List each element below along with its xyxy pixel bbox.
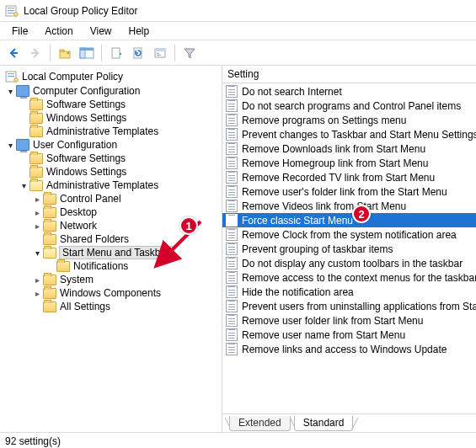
- setting-label: Remove Recorded TV link from Start Menu: [242, 172, 435, 184]
- tree-node-label: Software Settings: [46, 99, 126, 110]
- tree-node[interactable]: ▸Windows Components: [30, 286, 222, 300]
- svg-point-19: [14, 78, 19, 83]
- setting-label: Hide the notification area: [242, 286, 354, 298]
- setting-row[interactable]: Remove links and access to Windows Updat…: [222, 342, 476, 356]
- nav-forward-button[interactable]: [25, 43, 45, 63]
- computer-icon: [16, 139, 29, 151]
- tree-node[interactable]: ▸Software Settings: [17, 98, 222, 111]
- svg-rect-6: [60, 50, 64, 51]
- setting-label: Prevent users from uninstalling applicat…: [242, 301, 476, 312]
- folder-open-icon: [29, 180, 43, 191]
- show-hide-tree-button[interactable]: [77, 43, 97, 63]
- tree-node[interactable]: ▾User Configuration: [3, 138, 222, 152]
- filter-button[interactable]: [179, 43, 200, 63]
- menubar: File Action View Help: [0, 22, 476, 40]
- nav-back-button[interactable]: [3, 43, 24, 63]
- up-level-button[interactable]: [55, 43, 75, 63]
- setting-row[interactable]: Do not search Internet: [222, 84, 476, 99]
- folder-icon: [29, 99, 43, 110]
- setting-row[interactable]: Remove programs on Settings menu: [222, 113, 476, 127]
- setting-label: Remove user's folder link from the Start…: [242, 186, 447, 198]
- setting-label: Remove Videos link from Start Menu: [242, 200, 406, 212]
- setting-label: Remove Clock from the system notificatio…: [242, 229, 457, 241]
- svg-point-4: [14, 12, 19, 16]
- tree-node[interactable]: ▸Software Settings: [17, 152, 222, 165]
- chevron-down-icon[interactable]: ▾: [32, 248, 42, 258]
- tree-node[interactable]: ▸System: [30, 273, 222, 286]
- setting-row[interactable]: Remove user's folder link from the Start…: [222, 184, 476, 199]
- refresh-button[interactable]: [128, 43, 148, 63]
- setting-row[interactable]: Remove Clock from the system notificatio…: [222, 227, 476, 242]
- tree-node-label: Windows Components: [60, 287, 161, 299]
- tree-node-label: Software Settings: [46, 152, 126, 164]
- policy-item-icon: [226, 300, 238, 312]
- tree-node[interactable]: ▾Computer Configuration: [3, 84, 222, 98]
- status-text: 92 setting(s): [5, 435, 61, 447]
- properties-button[interactable]: [150, 43, 170, 63]
- setting-row[interactable]: Remove Recorded TV link from Start Menu: [222, 170, 476, 184]
- setting-row[interactable]: Hide the notification area: [222, 285, 476, 299]
- setting-row[interactable]: Do not search programs and Control Panel…: [222, 99, 476, 113]
- tree-node[interactable]: ▸All Settings: [30, 300, 222, 313]
- tree-node[interactable]: ▸Windows Settings: [17, 111, 222, 125]
- tree-root[interactable]: Local Computer Policy: [3, 69, 222, 84]
- setting-row[interactable]: Prevent users from uninstalling applicat…: [222, 299, 476, 313]
- chevron-right-icon[interactable]: ▸: [32, 195, 42, 204]
- setting-label: Force classic Start Menu: [242, 215, 353, 227]
- tree-node[interactable]: ▸Control Panel: [30, 192, 222, 205]
- annotation-badge-1: 1: [179, 216, 198, 235]
- setting-row[interactable]: Do not display any custom toolbars in th…: [222, 256, 476, 270]
- tree-node-label: Notifications: [73, 260, 128, 272]
- tree-node[interactable]: ▾Administrative Templates: [17, 179, 222, 192]
- tab-extended[interactable]: Extended: [229, 416, 291, 431]
- statusbar: 92 setting(s): [0, 432, 476, 448]
- menu-view[interactable]: View: [82, 24, 120, 39]
- chevron-right-icon[interactable]: ▸: [32, 221, 42, 231]
- chevron-right-icon[interactable]: ▸: [32, 289, 42, 298]
- setting-row[interactable]: Remove user name from Start Menu: [222, 328, 476, 342]
- list-column-header[interactable]: Setting: [222, 66, 476, 83]
- chevron-right-icon[interactable]: ▸: [32, 208, 42, 217]
- setting-label: Remove access to the context menus for t…: [242, 272, 476, 284]
- setting-row[interactable]: Remove Videos link from Start Menu: [222, 199, 476, 213]
- tree-node[interactable]: ▸Administrative Templates: [17, 125, 222, 138]
- policy-item-icon: [226, 343, 238, 355]
- tree-node-label: Desktop: [60, 206, 97, 218]
- setting-row[interactable]: Prevent grouping of taskbar items: [222, 242, 476, 256]
- menu-help[interactable]: Help: [120, 24, 158, 39]
- setting-label: Do not search Internet: [242, 86, 342, 98]
- tree-node[interactable]: ▸Windows Settings: [17, 165, 222, 179]
- policy-item-icon: [226, 200, 238, 212]
- menu-file[interactable]: File: [3, 24, 36, 39]
- tab-standard[interactable]: Standard: [294, 416, 354, 431]
- svg-rect-18: [8, 76, 14, 77]
- toolbar-separator: [50, 45, 51, 61]
- setting-label: Do not search programs and Control Panel…: [242, 100, 461, 112]
- setting-row[interactable]: Remove access to the context menus for t…: [222, 270, 476, 285]
- setting-list[interactable]: Do not search InternetDo not search prog…: [222, 83, 476, 413]
- menu-action[interactable]: Action: [36, 24, 81, 39]
- tree-node-label: Administrative Templates: [46, 179, 158, 191]
- folder-open-icon: [43, 248, 56, 259]
- setting-label: Remove links and access to Windows Updat…: [242, 344, 447, 355]
- tree-node-label: Network: [60, 220, 97, 232]
- tree-node-label: System: [60, 274, 94, 285]
- chevron-down-icon[interactable]: ▾: [5, 87, 15, 96]
- setting-row[interactable]: Prevent changes to Taskbar and Start Men…: [222, 127, 476, 141]
- setting-row[interactable]: Force classic Start Menu: [222, 213, 476, 227]
- policy-item-icon: [226, 214, 238, 227]
- setting-row[interactable]: Remove Homegroup link from Start Menu: [222, 156, 476, 170]
- export-list-button[interactable]: [106, 43, 126, 63]
- setting-label: Prevent changes to Taskbar and Start Men…: [242, 129, 476, 141]
- setting-row[interactable]: Remove Downloads link from Start Menu: [222, 141, 476, 156]
- policy-item-icon: [226, 257, 238, 269]
- setting-row[interactable]: Remove user folder link from Start Menu: [222, 313, 476, 328]
- chevron-down-icon[interactable]: ▾: [19, 181, 29, 190]
- policy-item-icon: [226, 314, 238, 327]
- tree-node-label: Administrative Templates: [46, 125, 158, 137]
- chevron-down-icon[interactable]: ▾: [5, 141, 15, 150]
- toolbar: [0, 40, 476, 66]
- policy-item-icon: [226, 157, 238, 169]
- chevron-right-icon[interactable]: ▸: [32, 275, 42, 285]
- svg-rect-13: [155, 49, 165, 51]
